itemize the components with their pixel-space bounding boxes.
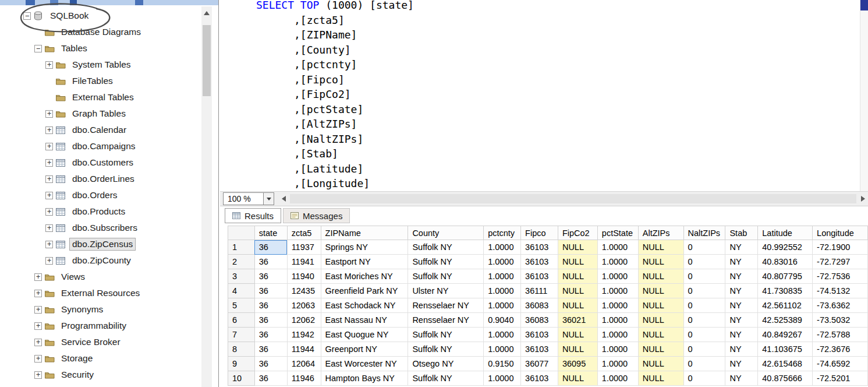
row-header[interactable]: 1 [228,240,255,255]
tree-item-dbo-customers[interactable]: +dbo.Customers [0,154,200,171]
tree-item-external-resources[interactable]: +External Resources [0,285,200,301]
cell-pctcnty[interactable]: 1.0000 [484,284,521,298]
cell-pctcnty[interactable]: 1.0000 [484,342,521,357]
tree-item-dbo-subscribers[interactable]: +dbo.Subscribers [0,220,200,236]
tree-item-dbo-campaigns[interactable]: +dbo.Campaigns [0,138,200,154]
expand-plus-icon[interactable]: + [34,355,42,363]
tree-item-sqlbook[interactable]: −SQLBook [0,8,200,24]
cell-fipco2[interactable]: NULL [558,371,597,386]
expand-plus-icon[interactable]: + [45,110,53,118]
collapse-minus-icon[interactable]: − [23,12,31,20]
tree-item-views[interactable]: +Views [0,269,200,285]
tree-item-dbo-zipcounty[interactable]: +dbo.ZipCounty [0,252,200,269]
cell-longitude[interactable]: -72.7297 [813,255,868,269]
cell-stab[interactable]: NY [725,342,758,357]
cell-altzips[interactable]: NULL [638,328,683,342]
tree-item-synonyms[interactable]: +Synonyms [0,301,200,318]
cell-county[interactable]: Rensselaer NY [408,298,484,313]
row-header[interactable]: 3 [228,269,255,284]
column-header-latitude[interactable]: Latitude [758,226,813,240]
cell-naltzips[interactable]: 0 [683,269,725,284]
cell-zcta5[interactable]: 12062 [287,313,321,328]
cell-naltzips[interactable]: 0 [683,284,725,298]
cell-zipname[interactable]: Springs NY [321,240,408,255]
cell-state[interactable]: 36 [254,371,287,386]
cell-altzips[interactable]: NULL [638,371,683,386]
expand-plus-icon[interactable]: + [34,371,42,379]
row-header[interactable]: 4 [228,284,255,298]
tree-scrollbar[interactable] [201,6,212,387]
cell-state[interactable]: 36 [254,328,287,342]
editor-horizontal-scrollbar[interactable] [278,193,868,205]
tree-item-tables[interactable]: −Tables [0,40,200,57]
cell-longitude[interactable]: -72.1900 [813,240,868,255]
cell-pctstate[interactable]: 1.0000 [597,342,638,357]
cell-zipname[interactable]: East Quogue NY [321,328,408,342]
cell-naltzips[interactable]: 0 [683,298,725,313]
cell-zipname[interactable]: East Schodack NY [321,298,408,313]
tree-item-database-diagrams[interactable]: Database Diagrams [0,24,200,40]
column-header-stab[interactable]: Stab [725,226,758,240]
tree-item-service-broker[interactable]: +Service Broker [0,334,200,350]
cell-pctstate[interactable]: 1.0000 [597,298,638,313]
cell-altzips[interactable]: NULL [638,255,683,269]
collapse-minus-icon[interactable]: − [34,45,42,52]
cell-naltzips[interactable]: 0 [683,240,725,255]
tree-item-storage[interactable]: +Storage [0,350,200,367]
cell-county[interactable]: Suffolk NY [408,328,484,342]
cell-latitude[interactable]: 40.875666 [758,371,813,386]
cell-longitude[interactable]: -72.3676 [813,342,868,357]
cell-pctcnty[interactable]: 1.0000 [484,328,521,342]
cell-altzips[interactable]: NULL [638,357,683,371]
cell-fipco2[interactable]: 36095 [558,357,597,371]
cell-county[interactable]: Rensselaer NY [408,313,484,328]
row-header[interactable]: 9 [228,357,255,371]
cell-zipname[interactable]: Hampton Bays NY [321,371,408,386]
cell-longitude[interactable]: -73.6362 [813,298,868,313]
cell-state[interactable]: 36 [254,269,287,284]
cell-zcta5[interactable]: 11944 [287,342,321,357]
cell-county[interactable]: Suffolk NY [408,240,484,255]
column-header-pctcnty[interactable]: pctcnty [484,226,521,240]
cell-zcta5[interactable]: 12435 [287,284,321,298]
horizontal-scrollbar-thumb[interactable] [290,194,856,203]
column-header-altzips[interactable]: AltZIPs [638,226,683,240]
tree-item-dbo-zipcensus[interactable]: +dbo.ZipCensus [0,236,200,252]
tree-scrollbar-thumb[interactable] [203,25,211,96]
cell-pctstate[interactable]: 1.0000 [597,328,638,342]
expand-plus-icon[interactable]: + [45,241,53,248]
cell-state[interactable]: 36 [254,240,287,255]
cell-zipname[interactable]: East Worcester NY [321,357,408,371]
cell-longitude[interactable]: -74.6592 [813,357,868,371]
expand-plus-icon[interactable]: + [34,339,42,346]
grid-corner[interactable] [228,226,255,240]
cell-pctstate[interactable]: 1.0000 [597,255,638,269]
tree-item-programmability[interactable]: +Programmability [0,318,200,334]
cell-latitude[interactable]: 40.83016 [758,255,813,269]
expand-plus-icon[interactable]: + [45,159,53,167]
cell-zcta5[interactable]: 11937 [287,240,321,255]
cell-fipco[interactable]: 36103 [521,342,558,357]
cell-pctcnty[interactable]: 0.9150 [484,357,521,371]
cell-county[interactable]: Suffolk NY [408,371,484,386]
cell-pctstate[interactable]: 1.0000 [597,313,638,328]
cell-zcta5[interactable]: 12063 [287,298,321,313]
cell-fipco2[interactable]: NULL [558,269,597,284]
cell-latitude[interactable]: 41.103675 [758,342,813,357]
cell-latitude[interactable]: 42.615468 [758,357,813,371]
cell-stab[interactable]: NY [725,298,758,313]
column-header-fipco2[interactable]: FipCo2 [558,226,597,240]
cell-fipco[interactable]: 36083 [521,313,558,328]
editor-vertical-scrollbar[interactable] [860,0,868,191]
cell-state[interactable]: 36 [254,284,287,298]
cell-stab[interactable]: NY [725,255,758,269]
cell-pctcnty[interactable]: 1.0000 [484,240,521,255]
cell-fipco2[interactable]: NULL [558,284,597,298]
cell-naltzips[interactable]: 0 [683,357,725,371]
tree-item-system-tables[interactable]: +System Tables [0,57,200,73]
column-header-zcta5[interactable]: zcta5 [287,226,321,240]
scroll-right-arrow-icon[interactable] [858,193,868,205]
expand-plus-icon[interactable]: + [45,224,53,232]
cell-latitude[interactable]: 40.849267 [758,328,813,342]
cell-stab[interactable]: NY [725,357,758,371]
